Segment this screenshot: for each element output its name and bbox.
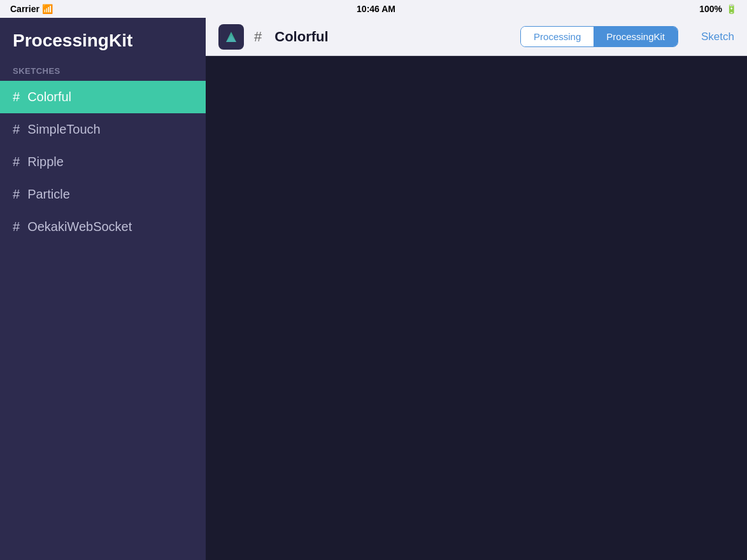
sidebar-item-label: Particle — [27, 187, 70, 202]
carrier-info: Carrier 📶 — [10, 4, 53, 14]
sidebar-item-label: OekakiWebSocket — [27, 220, 132, 234]
hash-icon: # — [13, 220, 20, 234]
sidebar-item-label: Ripple — [27, 155, 64, 169]
hash-icon: # — [13, 90, 20, 104]
carrier-name: Carrier — [10, 4, 39, 14]
battery-info: 100% 🔋 — [699, 4, 737, 14]
app-title: ProcessingKit — [0, 18, 206, 61]
sidebar-item-particle[interactable]: # Particle — [0, 178, 206, 211]
wifi-icon: 📶 — [42, 4, 53, 14]
status-bar: Carrier 📶 10:46 AM 100% 🔋 — [0, 0, 747, 18]
tab-processingkit[interactable]: ProcessingKit — [594, 27, 678, 46]
tab-processing[interactable]: Processing — [521, 27, 594, 46]
nav-hash: # — [254, 29, 262, 45]
sidebar-item-label: Colorful — [27, 90, 71, 104]
hash-icon: # — [13, 155, 20, 169]
battery-percent: 100% — [699, 4, 722, 14]
battery-icon: 🔋 — [726, 4, 737, 14]
sidebar-item-ripple[interactable]: # Ripple — [0, 146, 206, 178]
hash-icon: # — [13, 187, 20, 202]
main-layout: ProcessingKit SKETCHES # Colorful # Simp… — [0, 18, 747, 560]
sketches-label: SKETCHES — [0, 61, 206, 81]
app-logo — [218, 24, 244, 50]
sidebar-item-simpletouch[interactable]: # SimpleTouch — [0, 113, 206, 146]
nav-title: Colorful — [274, 29, 328, 45]
nav-tabs: Processing ProcessingKit — [520, 26, 678, 47]
time-display: 10:46 AM — [357, 4, 395, 14]
hash-icon: # — [13, 122, 20, 137]
sidebar-item-colorful[interactable]: # Colorful — [0, 81, 206, 113]
svg-marker-1 — [226, 36, 236, 42]
sidebar-item-oekakiwebsocket[interactable]: # OekakiWebSocket — [0, 211, 206, 243]
top-nav-bar: # Colorful Processing ProcessingKit Sket… — [206, 18, 747, 56]
sidebar-item-label: SimpleTouch — [27, 122, 101, 137]
sidebar: ProcessingKit SKETCHES # Colorful # Simp… — [0, 18, 206, 560]
sketch-button[interactable]: Sketch — [701, 31, 734, 43]
